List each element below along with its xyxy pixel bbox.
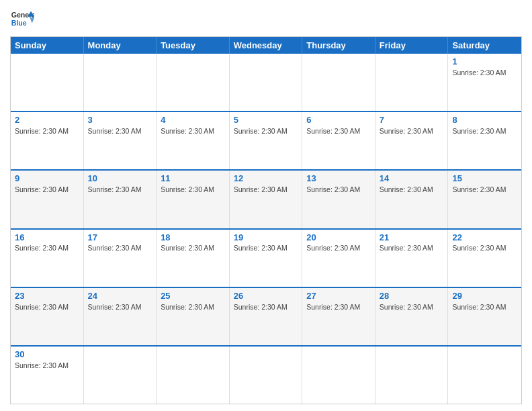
calendar-cell: 13Sunrise: 2:30 AM bbox=[302, 171, 375, 228]
calendar-cell bbox=[375, 347, 449, 404]
day-info: Sunrise: 2:30 AM bbox=[15, 361, 79, 371]
day-number: 16 bbox=[15, 232, 79, 244]
day-info: Sunrise: 2:30 AM bbox=[161, 243, 225, 253]
day-info: Sunrise: 2:30 AM bbox=[380, 243, 444, 253]
calendar-row-1: 2Sunrise: 2:30 AM3Sunrise: 2:30 AM4Sunri… bbox=[11, 111, 521, 169]
calendar-row-0: 1Sunrise: 2:30 AM bbox=[11, 54, 521, 111]
calendar-cell: 25Sunrise: 2:30 AM bbox=[157, 288, 230, 345]
day-number: 19 bbox=[234, 232, 298, 244]
day-number: 17 bbox=[88, 232, 152, 244]
day-number: 28 bbox=[380, 291, 444, 302]
day-number: 21 bbox=[380, 232, 444, 244]
calendar-cell: 22Sunrise: 2:30 AM bbox=[448, 230, 521, 287]
day-number: 27 bbox=[306, 291, 371, 302]
day-info: Sunrise: 2:30 AM bbox=[306, 302, 371, 312]
day-number: 8 bbox=[452, 115, 517, 126]
day-number: 15 bbox=[452, 173, 517, 185]
day-number: 26 bbox=[234, 291, 298, 302]
day-info: Sunrise: 2:30 AM bbox=[15, 243, 79, 253]
calendar-cell: 4Sunrise: 2:30 AM bbox=[157, 112, 230, 169]
day-number: 2 bbox=[15, 115, 79, 126]
calendar-cell: 17Sunrise: 2:30 AM bbox=[84, 230, 157, 287]
day-number: 23 bbox=[15, 291, 79, 302]
day-number: 3 bbox=[88, 115, 152, 126]
logo-icon: General Blue bbox=[10, 7, 34, 31]
day-info: Sunrise: 2:30 AM bbox=[380, 126, 444, 136]
day-info: Sunrise: 2:30 AM bbox=[380, 302, 444, 312]
header-day-tuesday: Tuesday bbox=[157, 37, 230, 54]
calendar-cell bbox=[157, 347, 230, 404]
svg-marker-3 bbox=[30, 17, 34, 23]
calendar-cell: 28Sunrise: 2:30 AM bbox=[375, 288, 449, 345]
svg-text:Blue: Blue bbox=[11, 19, 27, 27]
calendar-cell bbox=[448, 347, 521, 404]
calendar-cell: 21Sunrise: 2:30 AM bbox=[375, 230, 449, 287]
day-number: 30 bbox=[15, 349, 79, 361]
day-info: Sunrise: 2:30 AM bbox=[452, 68, 517, 78]
day-info: Sunrise: 2:30 AM bbox=[161, 185, 225, 195]
calendar-cell bbox=[84, 347, 157, 404]
calendar-cell: 10Sunrise: 2:30 AM bbox=[84, 171, 157, 228]
calendar-cell: 26Sunrise: 2:30 AM bbox=[230, 288, 303, 345]
calendar-cell: 9Sunrise: 2:30 AM bbox=[11, 171, 84, 228]
day-info: Sunrise: 2:30 AM bbox=[452, 185, 517, 195]
day-info: Sunrise: 2:30 AM bbox=[161, 302, 225, 312]
day-info: Sunrise: 2:30 AM bbox=[306, 243, 371, 253]
header-day-monday: Monday bbox=[84, 37, 157, 54]
calendar-cell: 7Sunrise: 2:30 AM bbox=[375, 112, 449, 169]
day-info: Sunrise: 2:30 AM bbox=[380, 185, 444, 195]
header-day-saturday: Saturday bbox=[448, 37, 521, 54]
calendar-cell bbox=[11, 54, 84, 111]
day-info: Sunrise: 2:30 AM bbox=[15, 185, 79, 195]
calendar-cell: 16Sunrise: 2:30 AM bbox=[11, 230, 84, 287]
calendar-cell: 3Sunrise: 2:30 AM bbox=[84, 112, 157, 169]
header-day-thursday: Thursday bbox=[302, 37, 375, 54]
day-info: Sunrise: 2:30 AM bbox=[452, 243, 517, 253]
header-day-sunday: Sunday bbox=[11, 37, 84, 54]
page-header: General Blue bbox=[10, 7, 522, 31]
day-info: Sunrise: 2:30 AM bbox=[88, 302, 152, 312]
calendar-cell: 23Sunrise: 2:30 AM bbox=[11, 288, 84, 345]
day-info: Sunrise: 2:30 AM bbox=[234, 185, 298, 195]
calendar-cell bbox=[302, 54, 375, 111]
day-number: 20 bbox=[306, 232, 371, 244]
day-info: Sunrise: 2:30 AM bbox=[15, 126, 79, 136]
header-day-friday: Friday bbox=[375, 37, 449, 54]
day-info: Sunrise: 2:30 AM bbox=[234, 243, 298, 253]
calendar-cell: 1Sunrise: 2:30 AM bbox=[448, 54, 521, 111]
day-number: 5 bbox=[234, 115, 298, 126]
calendar-cell: 12Sunrise: 2:30 AM bbox=[230, 171, 303, 228]
calendar-cell bbox=[84, 54, 157, 111]
day-number: 25 bbox=[161, 291, 225, 302]
day-number: 18 bbox=[161, 232, 225, 244]
day-info: Sunrise: 2:30 AM bbox=[88, 243, 152, 253]
calendar-cell: 15Sunrise: 2:30 AM bbox=[448, 171, 521, 228]
calendar-cell: 11Sunrise: 2:30 AM bbox=[157, 171, 230, 228]
day-info: Sunrise: 2:30 AM bbox=[15, 302, 79, 312]
logo: General Blue bbox=[10, 7, 34, 31]
day-number: 24 bbox=[88, 291, 152, 302]
day-info: Sunrise: 2:30 AM bbox=[452, 302, 517, 312]
day-info: Sunrise: 2:30 AM bbox=[88, 126, 152, 136]
day-number: 4 bbox=[161, 115, 225, 126]
calendar-row-3: 16Sunrise: 2:30 AM17Sunrise: 2:30 AM18Su… bbox=[11, 228, 521, 287]
header-day-wednesday: Wednesday bbox=[230, 37, 303, 54]
calendar-header: SundayMondayTuesdayWednesdayThursdayFrid… bbox=[11, 37, 521, 54]
calendar-cell: 6Sunrise: 2:30 AM bbox=[302, 112, 375, 169]
day-info: Sunrise: 2:30 AM bbox=[306, 185, 371, 195]
day-info: Sunrise: 2:30 AM bbox=[161, 126, 225, 136]
day-info: Sunrise: 2:30 AM bbox=[452, 126, 517, 136]
calendar-cell bbox=[230, 54, 303, 111]
day-number: 29 bbox=[452, 291, 517, 302]
calendar-cell: 30Sunrise: 2:30 AM bbox=[11, 347, 84, 404]
day-info: Sunrise: 2:30 AM bbox=[234, 126, 298, 136]
calendar-cell: 27Sunrise: 2:30 AM bbox=[302, 288, 375, 345]
day-number: 10 bbox=[88, 173, 152, 185]
calendar-cell: 2Sunrise: 2:30 AM bbox=[11, 112, 84, 169]
calendar-row-4: 23Sunrise: 2:30 AM24Sunrise: 2:30 AM25Su… bbox=[11, 287, 521, 345]
calendar-cell: 24Sunrise: 2:30 AM bbox=[84, 288, 157, 345]
day-number: 7 bbox=[380, 115, 444, 126]
day-info: Sunrise: 2:30 AM bbox=[234, 302, 298, 312]
calendar: SundayMondayTuesdayWednesdayThursdayFrid… bbox=[10, 36, 522, 404]
calendar-cell: 14Sunrise: 2:30 AM bbox=[375, 171, 449, 228]
